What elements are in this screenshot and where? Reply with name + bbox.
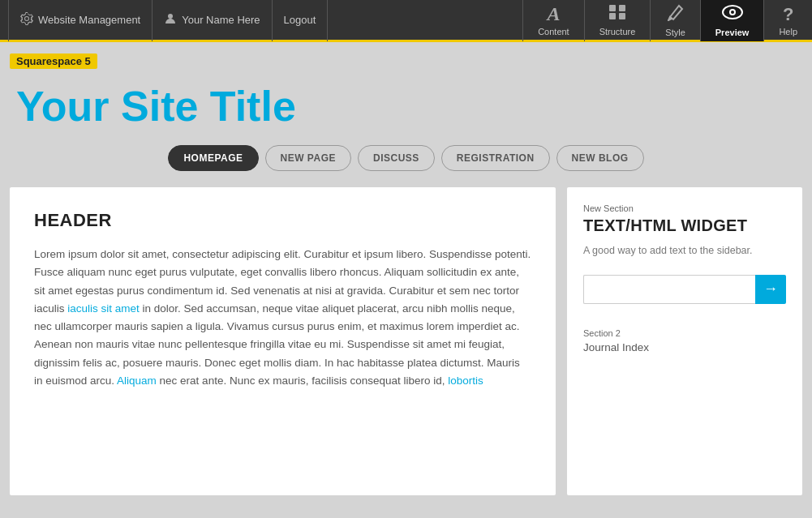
preview-label: Preview bbox=[715, 28, 750, 37]
tab-homepage[interactable]: HOMEPAGE bbox=[168, 145, 258, 171]
tab-registration[interactable]: REGISTRATION bbox=[441, 145, 550, 171]
content-icon: A bbox=[547, 3, 560, 25]
tab-new-page[interactable]: NEW PAGE bbox=[265, 145, 351, 171]
website-management-label: Website Management bbox=[38, 14, 140, 26]
nav-preview[interactable]: Preview bbox=[700, 0, 764, 41]
sidebar-panel: New Section TEXT/HTML WIDGET A good way … bbox=[567, 187, 802, 495]
nav-content[interactable]: A Content bbox=[522, 0, 584, 41]
content-label: Content bbox=[538, 27, 569, 36]
sidebar-section2-value: Journal Index bbox=[583, 341, 786, 353]
sidebar-input-row: → bbox=[583, 275, 786, 304]
style-label: Style bbox=[665, 28, 685, 37]
user-item[interactable]: Your Name Here bbox=[153, 0, 272, 41]
structure-label: Structure bbox=[599, 27, 636, 36]
main-layout: HEADER Lorem ipsum dolor sit amet, conse… bbox=[10, 187, 802, 495]
svg-rect-3 bbox=[609, 13, 616, 19]
help-label: Help bbox=[779, 27, 797, 36]
user-icon bbox=[164, 12, 177, 28]
content-area: Squarespace 5 Your Site Title HOMEPAGE N… bbox=[0, 42, 812, 518]
user-name-label: Your Name Here bbox=[182, 14, 260, 26]
preview-icon bbox=[722, 3, 743, 26]
website-management-item[interactable]: Website Management bbox=[8, 0, 153, 41]
topbar: Website Management Your Name Here Logout… bbox=[0, 0, 812, 42]
tab-new-blog[interactable]: NEW BLOG bbox=[556, 145, 644, 171]
sidebar-section1-label: New Section bbox=[583, 203, 786, 213]
nav-tabs: HOMEPAGE NEW PAGE DISCUSS REGISTRATION N… bbox=[10, 145, 802, 171]
ss-badge: Squarespace 5 bbox=[10, 54, 97, 69]
content-header: HEADER bbox=[34, 210, 531, 231]
main-content-panel: HEADER Lorem ipsum dolor sit amet, conse… bbox=[10, 187, 556, 495]
nav-help[interactable]: ? Help bbox=[763, 0, 812, 41]
nav-style[interactable]: Style bbox=[650, 0, 699, 41]
logout-label: Logout bbox=[284, 14, 316, 26]
logout-item[interactable]: Logout bbox=[273, 0, 329, 41]
svg-point-7 bbox=[731, 11, 734, 14]
topbar-left: Website Management Your Name Here Logout bbox=[0, 0, 522, 41]
sidebar-widget-desc: A good way to add text to the sidebar. bbox=[583, 243, 786, 259]
tab-discuss[interactable]: DISCUSS bbox=[358, 145, 435, 171]
help-icon: ? bbox=[783, 4, 793, 25]
svg-point-0 bbox=[168, 14, 173, 19]
sidebar-widget-title: TEXT/HTML WIDGET bbox=[583, 216, 786, 235]
svg-rect-4 bbox=[619, 13, 625, 19]
svg-rect-1 bbox=[609, 5, 616, 11]
gear-icon bbox=[20, 12, 33, 28]
svg-rect-2 bbox=[619, 5, 625, 11]
nav-structure[interactable]: Structure bbox=[584, 0, 651, 41]
structure-icon bbox=[608, 4, 626, 25]
arrow-right-icon: → bbox=[763, 280, 778, 298]
style-icon bbox=[668, 3, 684, 26]
sidebar-search-button[interactable]: → bbox=[755, 275, 786, 304]
site-title: Your Site Title bbox=[10, 82, 802, 131]
sidebar-section2-label: Section 2 bbox=[583, 328, 786, 338]
topbar-right: A Content Structure St bbox=[522, 0, 812, 41]
sidebar-search-input[interactable] bbox=[583, 275, 755, 304]
content-body: Lorem ipsum dolor sit amet, consectetur … bbox=[34, 246, 531, 390]
